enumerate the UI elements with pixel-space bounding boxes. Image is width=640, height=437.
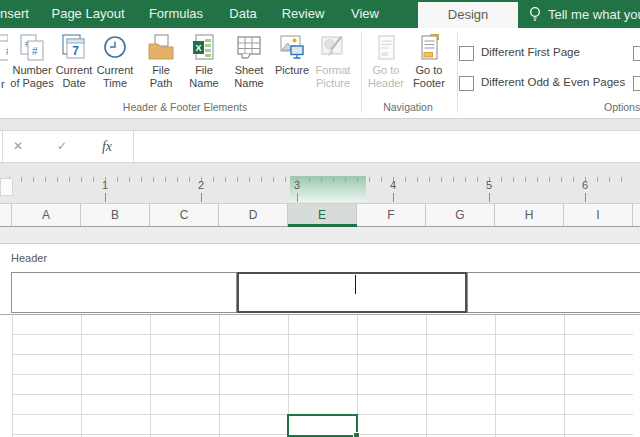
- formula-input[interactable]: [134, 131, 640, 162]
- different-odd-even-label: Different Odd & Even Pages: [481, 75, 625, 90]
- tab-insert-partial[interactable]: nsert: [0, 0, 29, 28]
- svg-text:7: 7: [72, 44, 79, 58]
- ruler-mark: 4: [381, 179, 405, 191]
- header-section-left[interactable]: [11, 272, 237, 313]
- ruler-mark: 5: [477, 179, 501, 191]
- group-label-navigation: Navigation: [383, 101, 433, 113]
- tab-formulas[interactable]: Formulas: [149, 0, 203, 28]
- group-label-options: Options: [604, 101, 640, 113]
- name-box-divider: [2, 131, 3, 162]
- button-label: Footer: [403, 77, 455, 90]
- button-label: Picture: [307, 77, 359, 90]
- ruler-mark: 1: [93, 179, 117, 191]
- button-label: Current: [89, 64, 141, 77]
- tab-design-active[interactable]: Design: [418, 2, 518, 28]
- current-date-icon: 7: [59, 33, 89, 63]
- header-section-right[interactable]: [467, 272, 640, 313]
- different-first-page-checkbox[interactable]: [459, 46, 474, 61]
- tab-review[interactable]: Review: [282, 0, 325, 28]
- ribbon: # r # # Number of Pages 7 Current Da: [0, 28, 640, 119]
- insert-function-button[interactable]: fx: [98, 131, 116, 162]
- column-header-i[interactable]: I: [564, 204, 633, 226]
- formula-bar: ✕ ✓ fx: [0, 130, 640, 163]
- current-time-icon: [100, 33, 130, 63]
- column-header-d[interactable]: D: [219, 204, 288, 226]
- column-header-g[interactable]: G: [426, 204, 495, 226]
- header-section-center-active[interactable]: [237, 272, 467, 313]
- ruler-mark: 2: [189, 179, 213, 191]
- page-top-edge: [0, 243, 640, 244]
- lightbulb-icon: [528, 6, 542, 23]
- current-time-button[interactable]: Current Time: [89, 31, 141, 90]
- column-header-a[interactable]: A: [12, 204, 81, 226]
- button-label: Time: [89, 77, 141, 90]
- different-odd-even-checkbox[interactable]: [459, 76, 474, 91]
- tell-me-box[interactable]: Tell me what you: [528, 0, 640, 28]
- column-header-h[interactable]: H: [495, 204, 564, 226]
- tell-me-label: Tell me what you: [548, 7, 640, 22]
- number-of-pages-icon: # #: [17, 33, 47, 63]
- ribbon-lower-band: [0, 119, 640, 130]
- column-header-partial-left[interactable]: [0, 204, 12, 226]
- page-top-gap: [0, 227, 640, 243]
- column-header-f[interactable]: F: [357, 204, 426, 226]
- header-zone-label: Header: [11, 252, 47, 264]
- text-cursor: [355, 275, 356, 294]
- format-picture-button: Format Picture: [307, 31, 359, 90]
- svg-text:X: X: [195, 43, 201, 53]
- tab-view[interactable]: View: [351, 0, 379, 28]
- column-header-c[interactable]: C: [150, 204, 219, 226]
- page-number-label-partial: r: [1, 78, 5, 90]
- scale-checkbox-partial[interactable]: [633, 46, 640, 61]
- format-picture-icon: [318, 33, 348, 63]
- file-name-icon: X: [189, 33, 219, 63]
- button-label: Go to: [403, 64, 455, 77]
- file-path-icon: [146, 33, 176, 63]
- ruler-left-endcap[interactable]: [0, 178, 13, 196]
- align-checkbox-partial[interactable]: [633, 76, 640, 91]
- button-label: Format: [307, 64, 359, 77]
- go-to-header-icon: [371, 33, 401, 63]
- ruler-mark: 3: [285, 179, 309, 191]
- column-header-e-selected[interactable]: E: [288, 204, 357, 226]
- excel-window: nsert Page Layout Formulas Data Review V…: [0, 0, 640, 437]
- different-first-page-label: Different First Page: [481, 45, 580, 60]
- group-separator: [457, 31, 458, 113]
- active-cell-e[interactable]: [287, 414, 358, 437]
- svg-text:#: #: [32, 46, 38, 57]
- go-to-footer-button[interactable]: Go to Footer: [403, 31, 455, 90]
- picture-icon: [277, 33, 307, 63]
- cancel-button[interactable]: ✕: [9, 131, 27, 162]
- go-to-footer-icon: [414, 33, 444, 63]
- column-header-partial-right[interactable]: [633, 204, 640, 226]
- ruler-mark: 6: [573, 179, 597, 191]
- tab-page-layout[interactable]: Page Layout: [51, 0, 124, 28]
- ribbon-tab-bar: nsert Page Layout Formulas Data Review V…: [0, 0, 640, 28]
- sheet-name-icon: [234, 33, 264, 63]
- column-header-b[interactable]: B: [81, 204, 150, 226]
- group-label-header-footer-elements: Header & Footer Elements: [123, 101, 247, 113]
- enter-button[interactable]: ✓: [53, 131, 71, 162]
- tab-design-label: Design: [418, 2, 518, 28]
- tab-data[interactable]: Data: [229, 0, 256, 28]
- button-label: Name: [223, 77, 275, 90]
